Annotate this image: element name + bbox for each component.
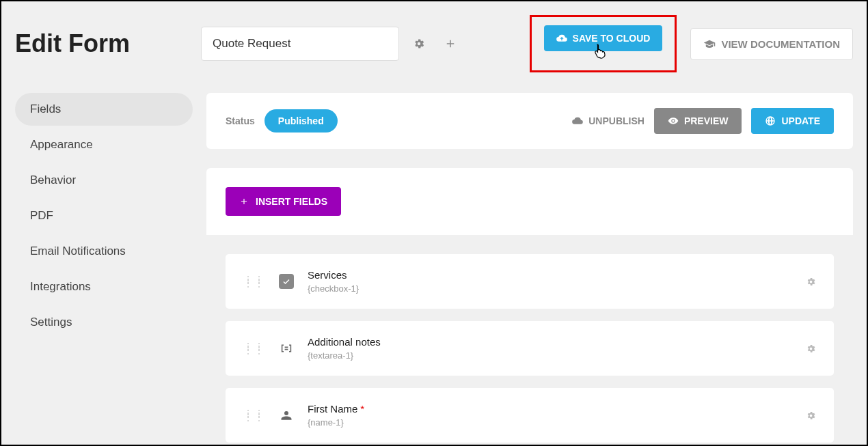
sidebar-item-email-notifications[interactable]: Email Notifications <box>15 235 193 268</box>
sidebar-item-integrations[interactable]: Integrations <box>15 270 193 303</box>
fields-list: ⋮⋮⋮⋮ Services {checkbox-1} ⋮⋮ <box>206 235 853 445</box>
sidebar-item-fields[interactable]: Fields <box>15 93 193 126</box>
field-label: Additional notes <box>308 336 792 348</box>
drag-handle-icon[interactable]: ⋮⋮⋮⋮ <box>243 411 265 419</box>
field-label: First Name* <box>308 403 792 415</box>
highlight-save-cloud: SAVE TO CLOUD <box>530 15 677 72</box>
preview-button[interactable]: PREVIEW <box>654 108 742 134</box>
insert-label: INSERT FIELDS <box>256 196 327 207</box>
unpublish-button[interactable]: UNPUBLISH <box>572 115 645 126</box>
globe-icon <box>765 115 776 126</box>
save-button-label: SAVE TO CLOUD <box>573 33 651 44</box>
status-bar: Status Published UNPUBLISH PREVIEW <box>206 93 853 149</box>
sidebar: Fields Appearance Behavior PDF Email Not… <box>15 93 193 445</box>
field-row[interactable]: ⋮⋮⋮⋮ Additional notes {textarea-1} <box>226 321 834 376</box>
textarea-icon <box>279 341 294 356</box>
sidebar-item-settings[interactable]: Settings <box>15 306 193 339</box>
preview-label: PREVIEW <box>684 115 729 126</box>
eye-icon <box>668 115 679 126</box>
field-row[interactable]: ⋮⋮⋮⋮ Services {checkbox-1} <box>226 254 834 309</box>
field-row[interactable]: ⋮⋮⋮⋮ First Name* {name-1} <box>226 388 834 443</box>
sidebar-item-appearance[interactable]: Appearance <box>15 128 193 161</box>
header-row: Edit Form SAVE TO CLOUD VIEW DOCUMENTA <box>15 15 853 72</box>
view-documentation-button[interactable]: VIEW DOCUMENTATION <box>690 28 853 60</box>
status-badge: Published <box>265 109 338 133</box>
gear-icon[interactable] <box>806 344 816 354</box>
unpublish-label: UNPUBLISH <box>588 115 645 126</box>
gear-icon[interactable] <box>407 32 431 55</box>
required-asterisk: * <box>360 403 364 415</box>
drag-handle-icon[interactable]: ⋮⋮⋮⋮ <box>243 277 265 285</box>
gear-icon[interactable] <box>806 277 816 287</box>
plus-icon <box>239 197 249 206</box>
field-slug: {textarea-1} <box>308 350 792 361</box>
fields-panel: INSERT FIELDS ⋮⋮⋮⋮ Services {checkbox-1} <box>206 168 853 445</box>
cloud-upload-icon <box>556 33 567 44</box>
save-to-cloud-button[interactable]: SAVE TO CLOUD <box>544 25 663 51</box>
field-slug: {checkbox-1} <box>308 283 792 294</box>
field-label: Services <box>308 269 792 281</box>
drag-handle-icon[interactable]: ⋮⋮⋮⋮ <box>243 344 265 352</box>
update-button[interactable]: UPDATE <box>751 108 834 134</box>
page-title: Edit Form <box>15 29 193 58</box>
sidebar-item-pdf[interactable]: PDF <box>15 199 193 232</box>
plus-icon[interactable] <box>439 32 462 55</box>
sidebar-item-behavior[interactable]: Behavior <box>15 164 193 197</box>
graduation-cap-icon <box>703 39 716 48</box>
doc-button-label: VIEW DOCUMENTATION <box>721 38 840 50</box>
form-name-input[interactable] <box>201 27 399 61</box>
update-label: UPDATE <box>781 115 820 126</box>
person-icon <box>279 408 294 423</box>
cloud-off-icon <box>572 115 583 126</box>
gear-icon[interactable] <box>806 410 816 421</box>
checkbox-icon <box>279 274 294 289</box>
insert-fields-button[interactable]: INSERT FIELDS <box>226 187 341 216</box>
status-label: Status <box>226 115 255 126</box>
field-slug: {name-1} <box>308 417 792 428</box>
